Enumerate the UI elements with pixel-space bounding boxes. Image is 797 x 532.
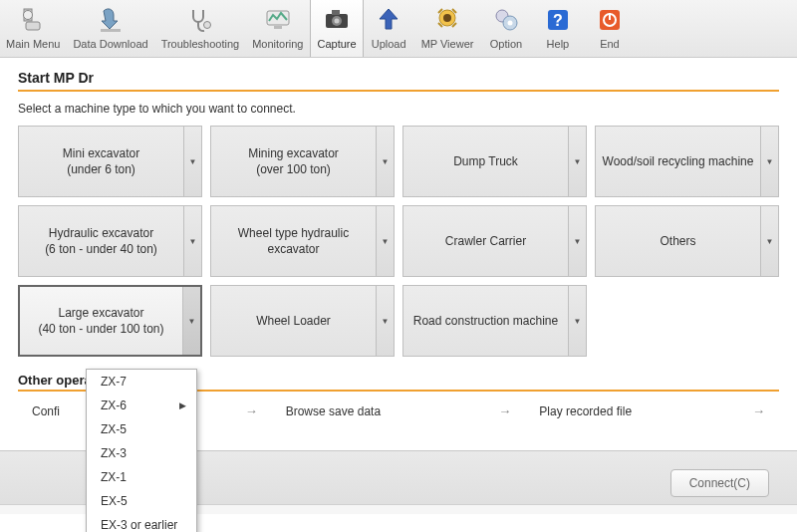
machine-wood-soil-recycling[interactable]: Wood/soil recycling machine ▼ <box>595 126 779 197</box>
svg-point-12 <box>443 14 451 22</box>
machine-hydraulic-excavator[interactable]: Hydraulic excavator (6 ton - under 40 to… <box>18 205 202 277</box>
machine-line1: Wheel Loader <box>256 313 331 329</box>
dropdown-item-label: EX-5 <box>101 494 128 508</box>
op-label: Play recorded file <box>539 404 632 418</box>
dropdown-item-zx6[interactable]: ZX-6 ▶ <box>87 394 196 417</box>
dropdown-item-zx5[interactable]: ZX-5 <box>87 417 196 441</box>
op-browse-save-data[interactable]: Browse save data → <box>272 398 526 424</box>
monitoring-icon <box>262 4 294 36</box>
op-label-prefix: Confi <box>32 404 60 418</box>
instruction-text: Select a machine type to which you want … <box>18 102 779 116</box>
dropdown-arrow-icon[interactable]: ▼ <box>760 127 778 196</box>
dropdown-item-zx1[interactable]: ZX-1 <box>87 465 196 489</box>
svg-point-1 <box>24 11 33 20</box>
machine-road-construction[interactable]: Road construction machine ▼ <box>402 285 587 357</box>
machine-line1: Mining excavator <box>248 145 339 161</box>
arrow-right-icon: → <box>498 403 511 418</box>
machine-line1: Hydraulic excavator <box>49 225 153 241</box>
dropdown-arrow-icon[interactable]: ▼ <box>376 286 394 356</box>
machine-line2: (over 100 ton) <box>256 161 331 177</box>
dropdown-item-label: ZX-3 <box>101 446 127 460</box>
dropdown-arrow-icon[interactable]: ▼ <box>760 206 778 276</box>
toolbar-label: Troubleshooting <box>161 38 239 50</box>
dropdown-arrow-icon[interactable]: ▼ <box>568 127 586 196</box>
machine-mining-excavator[interactable]: Mining excavator (over 100 ton) ▼ <box>210 126 395 197</box>
dropdown-item-label: ZX-6 <box>101 399 127 412</box>
toolbar-label: End <box>600 38 620 50</box>
dropdown-item-label: ZX-1 <box>101 470 127 484</box>
op-label: Browse save data <box>286 404 381 418</box>
svg-text:?: ? <box>553 12 563 29</box>
dropdown-arrow-icon[interactable]: ▼ <box>183 127 201 196</box>
toolbar-label: Monitoring <box>252 38 303 50</box>
camera-icon <box>321 4 353 36</box>
machine-line1: Large excavator <box>58 305 143 321</box>
svg-rect-8 <box>332 10 340 15</box>
svg-rect-3 <box>101 29 121 32</box>
toolbar-label: Help <box>547 38 570 50</box>
svg-point-4 <box>203 22 210 29</box>
toolbar-end[interactable]: End <box>584 0 636 57</box>
machine-line1: Dump Truck <box>453 153 518 169</box>
machine-label: Road construction machine <box>403 286 568 356</box>
machine-large-excavator[interactable]: Large excavator (40 ton - under 100 ton)… <box>18 285 202 357</box>
machine-others[interactable]: Others ▼ <box>595 205 779 277</box>
dropdown-item-ex5[interactable]: EX-5 <box>87 489 196 513</box>
machine-label: Hydraulic excavator (6 ton - under 40 to… <box>19 206 183 276</box>
machine-label: Wheel Loader <box>211 286 376 356</box>
arrow-right-icon: → <box>245 403 258 418</box>
machine-label: Mini excavator (under 6 ton) <box>19 127 183 196</box>
dropdown-item-label: ZX-5 <box>101 422 127 436</box>
toolbar-upload[interactable]: Upload <box>364 0 415 57</box>
machine-wheel-hydraulic-excavator[interactable]: Wheel type hydraulic excavator ▼ <box>210 205 395 277</box>
machine-label: Large excavator (40 ton - under 100 ton) <box>20 287 182 355</box>
op-play-recorded-file[interactable]: Play recorded file → <box>525 398 779 424</box>
toolbar-help[interactable]: ? Help <box>532 0 584 57</box>
download-icon <box>95 4 127 36</box>
toolbar-monitoring[interactable]: Monitoring <box>246 0 310 57</box>
toolbar-label: Upload <box>372 38 406 50</box>
machine-line2: (under 6 ton) <box>67 161 135 177</box>
connect-button[interactable]: Connect(C) <box>670 469 769 497</box>
stethoscope-icon <box>184 4 216 36</box>
toolbar-label: Option <box>490 38 522 50</box>
gear-icon <box>490 4 522 36</box>
toolbar-label: Data Download <box>73 38 147 50</box>
dropdown-arrow-icon[interactable]: ▼ <box>376 127 394 196</box>
arrow-right-icon: → <box>752 403 765 418</box>
dropdown-arrow-icon[interactable]: ▼ <box>568 286 586 356</box>
machine-wheel-loader[interactable]: Wheel Loader ▼ <box>210 285 395 357</box>
machine-line2: (40 ton - under 100 ton) <box>38 321 163 337</box>
dropdown-item-ex3-earlier[interactable]: EX-3 or earlier <box>87 513 196 532</box>
toolbar-mp-viewer[interactable]: MP Viewer <box>415 0 481 57</box>
machine-line1: Road construction machine <box>413 313 558 329</box>
dropdown-arrow-icon[interactable]: ▼ <box>376 206 394 276</box>
dropdown-item-label: ZX-7 <box>101 375 127 389</box>
main-toolbar: Main Menu Data Download Troubleshooting … <box>0 0 797 58</box>
machine-label: Wheel type hydraulic excavator <box>211 206 376 276</box>
svg-rect-2 <box>26 22 40 30</box>
machine-type-grid: Mini excavator (under 6 ton) ▼ Mining ex… <box>18 126 779 357</box>
machine-line1: Others <box>660 233 695 249</box>
toolbar-label: Main Menu <box>6 38 60 50</box>
machine-mini-excavator[interactable]: Mini excavator (under 6 ton) ▼ <box>18 126 202 197</box>
toolbar-data-download[interactable]: Data Download <box>67 0 154 57</box>
machine-dump-truck[interactable]: Dump Truck ▼ <box>402 126 587 197</box>
machine-crawler-carrier[interactable]: Crawler Carrier ▼ <box>402 205 587 277</box>
dropdown-item-zx7[interactable]: ZX-7 <box>87 370 196 394</box>
dropdown-arrow-icon[interactable]: ▼ <box>182 287 200 355</box>
machine-line1: Wood/soil recycling machine <box>603 153 754 169</box>
submenu-arrow-icon: ▶ <box>179 400 186 410</box>
machine-line1: Wheel type hydraulic excavator <box>215 225 372 257</box>
dropdown-item-label: EX-3 or earlier <box>101 518 177 532</box>
dropdown-item-zx3[interactable]: ZX-3 <box>87 441 196 465</box>
toolbar-capture[interactable]: Capture <box>310 0 363 57</box>
dropdown-arrow-icon[interactable]: ▼ <box>183 206 201 276</box>
upload-icon <box>373 4 404 36</box>
machine-line1: Mini excavator <box>63 145 139 161</box>
toolbar-main-menu[interactable]: Main Menu <box>0 0 67 57</box>
large-excavator-dropdown: ZX-7 ZX-6 ▶ ZX-5 ZX-3 ZX-1 EX-5 EX-3 or … <box>86 369 197 532</box>
dropdown-arrow-icon[interactable]: ▼ <box>568 206 586 276</box>
toolbar-option[interactable]: Option <box>480 0 532 57</box>
toolbar-troubleshooting[interactable]: Troubleshooting <box>155 0 246 57</box>
